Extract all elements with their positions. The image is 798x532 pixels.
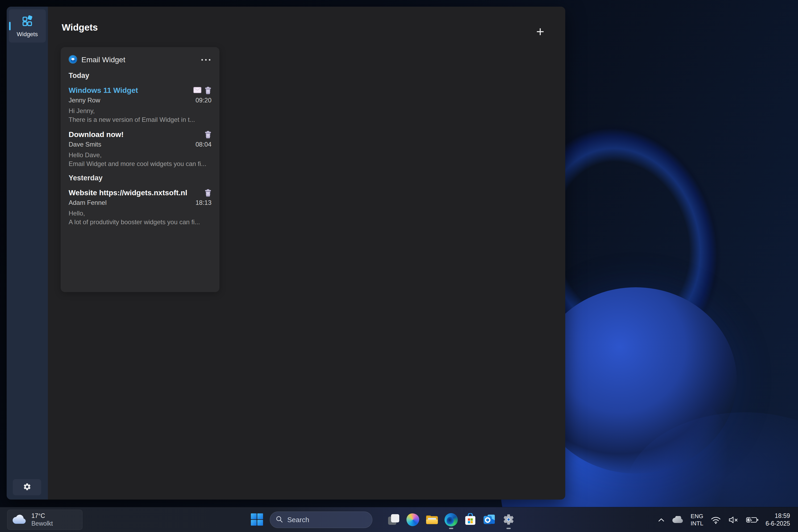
email-preview-line: There is a new version of Email Widget i… xyxy=(69,115,211,124)
clock-time: 18:59 xyxy=(775,512,790,520)
widgets-panel: Widgets + xyxy=(48,7,565,499)
taskbar: 17°C Bewolkt xyxy=(0,507,798,532)
trash-icon[interactable] xyxy=(205,189,211,197)
taskbar-search[interactable] xyxy=(270,512,373,528)
volume-muted-icon[interactable] xyxy=(728,516,739,524)
sidebar-item-label: Widgets xyxy=(17,31,38,38)
email-preview-line: Hello Dave, xyxy=(69,151,211,159)
email-title[interactable]: Download now! xyxy=(69,130,124,139)
search-input[interactable] xyxy=(287,516,362,524)
section-label-today: Today xyxy=(69,72,211,80)
email-time: 18:13 xyxy=(195,199,211,206)
trash-icon[interactable] xyxy=(205,131,211,138)
email-preview-line: Email Widget and more cool widgets you c… xyxy=(69,159,211,168)
trash-icon[interactable] xyxy=(205,87,211,94)
weather-temperature: 17°C xyxy=(32,512,45,520)
file-explorer-button[interactable] xyxy=(425,513,439,527)
microsoft-store-icon xyxy=(464,513,476,527)
taskbar-center xyxy=(250,507,515,532)
windows-logo-icon xyxy=(250,513,264,527)
email-sender: Dave Smits xyxy=(69,141,101,148)
cloud-icon xyxy=(12,514,26,525)
settings-gear-icon xyxy=(502,513,515,527)
task-view-button[interactable] xyxy=(387,513,401,527)
microsoft-store-button[interactable] xyxy=(463,513,477,527)
settings-button[interactable] xyxy=(502,513,515,527)
widgets-sidebar: Widgets xyxy=(7,7,48,499)
widget-title: Email Widget xyxy=(81,56,125,64)
email-title-link[interactable]: Windows 11 Widget xyxy=(69,86,138,95)
email-item[interactable]: Download now! xyxy=(69,130,211,168)
desktop: Widgets Widgets + xyxy=(0,0,798,532)
email-item[interactable]: Windows 11 Widget xyxy=(69,86,211,124)
sidebar-item-widgets[interactable]: Widgets xyxy=(9,9,46,42)
edge-icon xyxy=(444,513,458,527)
gear-icon xyxy=(23,482,32,492)
clock-date: 6-6-2025 xyxy=(765,520,790,528)
language-line2: INTL xyxy=(690,520,703,527)
battery-charging-icon[interactable] xyxy=(746,517,758,523)
file-explorer-icon xyxy=(425,514,438,526)
email-sender: Adam Fennel xyxy=(69,199,107,206)
widgets-icon xyxy=(21,14,34,28)
language-line1: ENG xyxy=(690,513,703,520)
weather-condition: Bewolkt xyxy=(32,520,53,528)
page-title: Widgets xyxy=(62,22,98,33)
copilot-button[interactable] xyxy=(406,513,420,527)
widgets-settings-button[interactable] xyxy=(13,479,41,495)
email-title[interactable]: Website https://widgets.nxtsoft.nl xyxy=(69,189,187,197)
widgets-board: Widgets Widgets + xyxy=(7,7,565,499)
task-view-icon xyxy=(387,513,400,527)
wifi-icon[interactable] xyxy=(710,516,721,524)
running-indicator xyxy=(449,528,453,529)
email-time: 08:04 xyxy=(195,141,211,148)
outlook-icon xyxy=(483,513,496,527)
email-item[interactable]: Website https://widgets.nxtsoft.nl xyxy=(69,189,211,226)
running-indicator xyxy=(507,528,511,529)
start-button[interactable] xyxy=(250,513,264,527)
tray-chevron-up-icon[interactable] xyxy=(658,518,664,522)
add-widget-button[interactable]: + xyxy=(533,24,548,39)
weather-widget-button[interactable]: 17°C Bewolkt xyxy=(7,510,82,530)
outlook-button[interactable] xyxy=(482,513,496,527)
active-indicator xyxy=(9,22,11,30)
envelope-icon xyxy=(193,87,201,94)
email-preview-line: Hello, xyxy=(69,209,211,217)
edge-button[interactable] xyxy=(444,513,458,527)
system-tray: ENG INTL xyxy=(658,507,790,532)
language-indicator[interactable]: ENG INTL xyxy=(690,513,703,527)
more-options-icon[interactable] xyxy=(200,56,211,63)
copilot-icon xyxy=(406,513,419,526)
email-time: 09:20 xyxy=(195,97,211,104)
search-icon xyxy=(276,516,283,524)
email-widget-card[interactable]: Email Widget Today Windows 11 Widget xyxy=(61,47,220,292)
section-label-yesterday: Yesterday xyxy=(69,174,211,182)
taskbar-clock[interactable]: 18:59 6-6-2025 xyxy=(765,512,790,528)
email-preview-line: Hi Jenny, xyxy=(69,107,211,115)
onedrive-icon[interactable] xyxy=(672,516,683,524)
email-preview-line: A lot of produtivity booster widgets you… xyxy=(69,217,211,226)
email-sender: Jenny Row xyxy=(69,97,100,104)
email-widget-app-icon xyxy=(69,55,77,65)
